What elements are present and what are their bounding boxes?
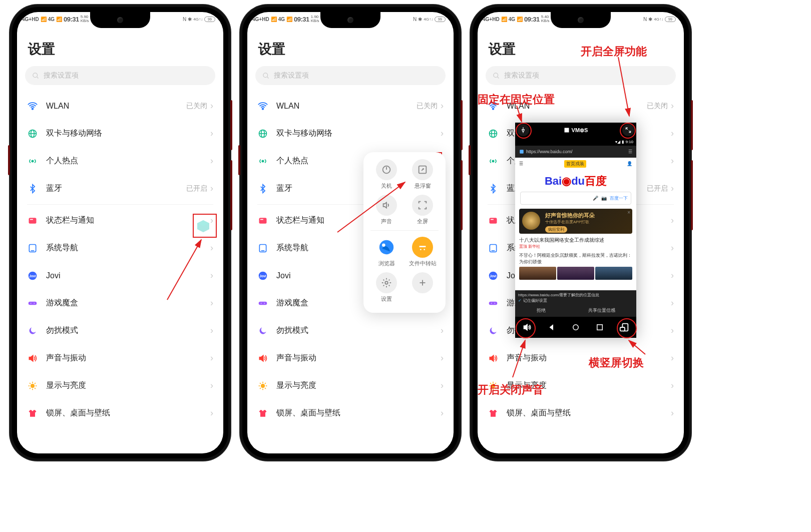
speaker-icon bbox=[488, 353, 499, 364]
baidu-topbar: ☰ 首页戎装 👤 bbox=[515, 158, 636, 170]
page-title: 设置 bbox=[17, 26, 223, 66]
row-gamebox[interactable]: 游戏魔盒 › bbox=[23, 289, 217, 317]
search-input[interactable]: 搜索设置项 bbox=[255, 66, 446, 85]
svg-line-49 bbox=[260, 383, 261, 384]
svg-rect-91 bbox=[520, 150, 524, 154]
baidu-ad-banner[interactable]: 好声音惊艳你的耳朵 十佳选手在百度APP打歌 疯狂安利 × bbox=[519, 209, 632, 234]
wifi-icon bbox=[27, 101, 38, 112]
row-dual-sim[interactable]: 双卡与移动网络› bbox=[253, 120, 448, 147]
chevron-right-icon: › bbox=[671, 243, 674, 253]
svg-point-42 bbox=[261, 303, 262, 304]
chevron-right-icon: › bbox=[671, 101, 674, 111]
svg-point-80 bbox=[495, 303, 496, 304]
globe-icon bbox=[27, 128, 38, 139]
row-sysnav[interactable]: 系统导航 › bbox=[23, 234, 217, 262]
nav-icon bbox=[257, 243, 268, 254]
chevron-right-icon: › bbox=[671, 156, 674, 166]
network-icon: 4G+HD bbox=[22, 17, 39, 22]
annotation-audio: 开启关闭声音 bbox=[478, 382, 544, 397]
settings-list: WLAN 已关闭 › 双卡与移动网络 › 个人热点 › 蓝牙 已开启 › bbox=[17, 92, 223, 427]
vmos-deny-button[interactable]: 拒绝 bbox=[537, 307, 546, 314]
baidu-news-1[interactable]: 十八大以来我国网络安全工作成就综述 置顶 新华社 bbox=[519, 237, 632, 249]
row-dual-sim[interactable]: 双卡与移动网络 › bbox=[23, 120, 217, 147]
vmos-back-button[interactable] bbox=[544, 320, 559, 335]
panel-separator bbox=[370, 230, 439, 231]
panel-power-button[interactable]: 关机 bbox=[371, 159, 401, 190]
baidu-search[interactable]: 🎤 📷 百度一下 bbox=[520, 192, 631, 205]
vmos-floating-window[interactable]: VM⊚S ▾◢▮9:10 https://www.baidu.com/ ☰ ☰ … bbox=[515, 123, 636, 338]
gamebox-icon bbox=[257, 298, 268, 309]
moon-icon bbox=[257, 325, 268, 336]
row-status-notif[interactable]: 状态栏与通知 › bbox=[23, 207, 217, 234]
speaker-icon bbox=[27, 353, 38, 364]
chevron-right-icon: › bbox=[671, 298, 674, 308]
svg-line-1 bbox=[37, 77, 38, 78]
side-button bbox=[691, 100, 693, 150]
search-icon bbox=[262, 72, 270, 80]
svg-text:Jovi: Jovi bbox=[490, 274, 496, 277]
floating-panel: 关机 悬浮窗 声音 全屏 bbox=[363, 152, 446, 313]
baidu-news-2[interactable]: 不甘心！阿根廷全队沉默领奖，斯科拉发哭，吉诺比利：为你们骄傲 bbox=[519, 252, 632, 280]
row-bluetooth[interactable]: 蓝牙 已开启 › bbox=[23, 175, 217, 202]
vmos-home-button[interactable] bbox=[568, 320, 583, 335]
side-button bbox=[8, 145, 10, 175]
annotation-circle-fullscreen bbox=[620, 123, 636, 139]
row-wlan[interactable]: WLAN 已关闭 › bbox=[23, 92, 217, 120]
row-lockscreen[interactable]: 锁屏、桌面与壁纸› bbox=[253, 399, 448, 427]
svg-line-51 bbox=[260, 388, 261, 389]
panel-browser-button[interactable]: 浏览器 bbox=[371, 237, 401, 267]
vmos-recent-button[interactable] bbox=[592, 320, 607, 335]
row-sound[interactable]: 声音与振动› bbox=[253, 344, 448, 372]
vmos-allow-button[interactable]: 共享位置信感 bbox=[588, 307, 615, 314]
panel-add-button[interactable] bbox=[408, 272, 438, 303]
row-lockscreen[interactable]: 锁屏、桌面与壁纸› bbox=[484, 399, 678, 427]
hotspot-icon bbox=[27, 156, 38, 167]
chevron-right-icon: › bbox=[210, 325, 213, 336]
chevron-right-icon: › bbox=[210, 156, 213, 166]
search-input[interactable]: 搜索设置项 bbox=[25, 66, 215, 85]
svg-point-0 bbox=[33, 73, 38, 77]
svg-rect-13 bbox=[29, 301, 37, 305]
floating-cube-icon[interactable] bbox=[193, 216, 213, 236]
panel-audio-button[interactable]: 声音 bbox=[371, 195, 401, 225]
screen-3: 4G+HD📶 4G📶 09:31 5.40KB/s 📡 N ✱ 4G↑↓ 99 … bbox=[478, 12, 684, 453]
annotation-rotate: 横竖屏切换 bbox=[589, 355, 644, 370]
row-jovi[interactable]: Jovi Jovi › bbox=[23, 262, 217, 289]
hotspot-icon bbox=[488, 156, 499, 167]
panel-filestation-button[interactable]: 文件中转站 bbox=[408, 237, 438, 267]
clock: 09:31 bbox=[64, 16, 79, 23]
row-dnd[interactable]: 勿扰模式 › bbox=[23, 317, 217, 344]
vmos-url-bar[interactable]: https://www.baidu.com/ ☰ bbox=[515, 146, 636, 158]
row-sound[interactable]: 声音与振动› bbox=[484, 344, 678, 372]
row-display[interactable]: 显示与亮度› bbox=[253, 372, 448, 399]
panel-settings-button[interactable]: 设置 bbox=[371, 272, 401, 303]
svg-rect-41 bbox=[259, 301, 267, 305]
mic-icon[interactable]: 🎤 bbox=[593, 196, 598, 201]
svg-point-71 bbox=[492, 160, 494, 162]
menu-icon[interactable]: ☰ bbox=[628, 149, 632, 154]
panel-float-button[interactable]: 悬浮窗 bbox=[408, 159, 438, 190]
row-hotspot[interactable]: 个人热点 › bbox=[23, 147, 217, 175]
avatar-icon[interactable]: 👤 bbox=[627, 161, 632, 166]
vmos-titlebar[interactable]: VM⊚S bbox=[515, 123, 636, 138]
search-input[interactable]: 搜索设置项 bbox=[486, 66, 676, 85]
gamebox-icon bbox=[27, 298, 38, 309]
battery-icon: 99 bbox=[204, 17, 215, 22]
row-lockscreen[interactable]: 锁屏、桌面与壁纸 › bbox=[23, 399, 217, 427]
svg-rect-36 bbox=[260, 219, 263, 220]
hamburger-icon[interactable]: ☰ bbox=[519, 161, 523, 166]
svg-point-30 bbox=[262, 108, 264, 110]
page-title: 设置 bbox=[247, 26, 454, 66]
separator bbox=[27, 204, 213, 205]
row-sound[interactable]: 声音与振动 › bbox=[23, 344, 217, 372]
row-wlan[interactable]: WLAN已关闭› bbox=[253, 92, 448, 120]
camera-icon[interactable]: 📷 bbox=[601, 196, 607, 201]
phone-frame-1: 4G+HD 📶 4G 📶 09:31 5.90KB/s 📡 N ✱ 4G↑↓ 9… bbox=[10, 5, 230, 460]
row-dnd[interactable]: 勿扰模式› bbox=[253, 317, 448, 344]
vmos-location-prompt: https://www.baidu.com/需要了解您的位置信息 ✓记住偏好设置 bbox=[515, 290, 636, 305]
gear-icon bbox=[376, 272, 397, 293]
row-display[interactable]: 显示与亮度 › bbox=[23, 372, 217, 399]
svg-point-43 bbox=[264, 303, 265, 304]
panel-fullscreen-button[interactable]: 全屏 bbox=[408, 195, 438, 225]
side-button bbox=[691, 160, 693, 230]
